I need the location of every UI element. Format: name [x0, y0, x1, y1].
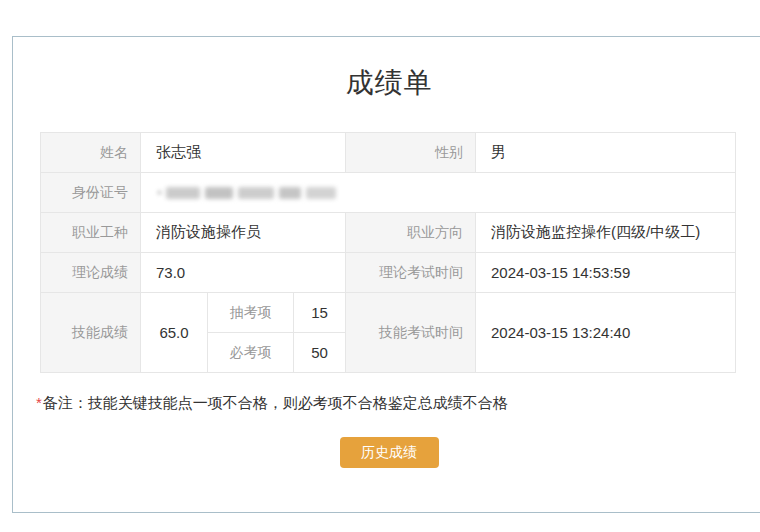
direction-label: 职业方向: [346, 213, 476, 253]
table-row-id-number: 身份证号: [41, 173, 736, 213]
theory-time-label: 理论考试时间: [346, 253, 476, 293]
theory-score-label: 理论成绩: [41, 253, 141, 293]
sampled-items-value: 15: [294, 293, 346, 333]
required-items-value: 50: [294, 333, 346, 373]
occupation-value: 消防设施操作员: [141, 213, 346, 253]
history-scores-button[interactable]: 历史成绩: [340, 437, 439, 468]
table-row-skill-sampled: 技能成绩 65.0 抽考项 15 技能考试时间 2024-03-15 13:24…: [41, 293, 736, 333]
table-row-name-gender: 姓名 张志强 性别 男: [41, 133, 736, 173]
direction-value: 消防设施监控操作(四级/中级工): [476, 213, 736, 253]
score-report-panel: 成绩单 姓名 张志强 性别 男 身份证号 职业工种 消防设施操作员 职业方向 消…: [12, 36, 760, 513]
id-number-redacted: [158, 186, 735, 200]
gender-label: 性别: [346, 133, 476, 173]
required-items-label: 必考项: [208, 333, 294, 373]
page-title: 成绩单: [13, 64, 760, 102]
skill-score-value[interactable]: 65.0: [141, 293, 208, 373]
occupation-label: 职业工种: [41, 213, 141, 253]
skill-time-label: 技能考试时间: [346, 293, 476, 373]
skill-score-label: 技能成绩: [41, 293, 141, 373]
score-table: 姓名 张志强 性别 男 身份证号 职业工种 消防设施操作员 职业方向 消防设施监…: [40, 132, 736, 373]
id-number-label: 身份证号: [41, 173, 141, 213]
remark-note: *备注：技能关键技能点一项不合格，则必考项不合格鉴定总成绩不合格: [36, 394, 760, 413]
button-row: 历史成绩: [13, 437, 760, 468]
remark-text: 备注：技能关键技能点一项不合格，则必考项不合格鉴定总成绩不合格: [43, 394, 508, 411]
table-row-occupation: 职业工种 消防设施操作员 职业方向 消防设施监控操作(四级/中级工): [41, 213, 736, 253]
theory-time-value: 2024-03-15 14:53:59: [476, 253, 736, 293]
required-asterisk: *: [36, 394, 42, 411]
name-value: 张志强: [141, 133, 346, 173]
theory-score-value: 73.0: [141, 253, 346, 293]
skill-time-value: 2024-03-15 13:24:40: [476, 293, 736, 373]
sampled-items-label: 抽考项: [208, 293, 294, 333]
gender-value: 男: [476, 133, 736, 173]
name-label: 姓名: [41, 133, 141, 173]
table-row-theory: 理论成绩 73.0 理论考试时间 2024-03-15 14:53:59: [41, 253, 736, 293]
id-number-cell: [141, 173, 736, 213]
